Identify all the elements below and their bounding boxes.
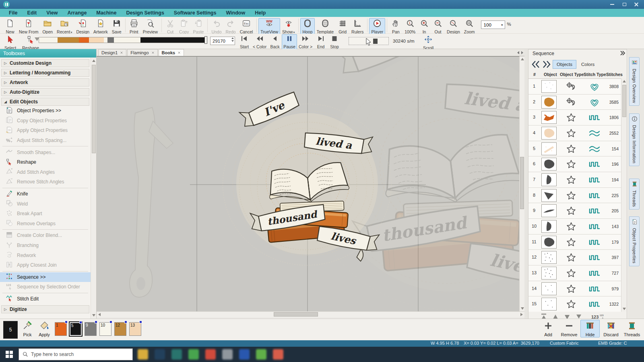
scroll-down-icon[interactable] [92,314,95,317]
tool-apply-closest-join[interactable]: Apply Closest Join [0,260,91,270]
preview-button[interactable]: Preview [141,18,160,35]
zoom-level-select[interactable]: 100▾ [481,21,505,29]
save-button[interactable]: Save [110,18,124,35]
close-button[interactable] [630,0,642,9]
cut-button[interactable]: Cut [163,18,177,35]
tool-break-apart[interactable]: Break Apart [0,209,91,219]
scroll-up-icon[interactable] [623,80,626,82]
panel-collapse-icon[interactable] [619,50,625,56]
end-button[interactable]: End [314,34,328,50]
sequence-tab-objects[interactable]: Objects [553,60,576,69]
toolboxes-scrollbar[interactable] [91,58,96,319]
toolbox-section-digitize[interactable]: ▷Digitize [1,305,89,313]
panel-tab-threads[interactable]: Threads [629,179,640,210]
panel-tab-design-information[interactable]: Design Information [629,113,640,166]
next-color-group-button[interactable] [541,59,552,70]
scroll-left-icon[interactable] [98,313,101,316]
toolbox-section-customize-design[interactable]: ▷Customize Design [1,59,89,67]
tool-stitch-edit[interactable]: Stitch Edit [0,294,91,304]
tab-scroll-left-icon[interactable] [517,51,519,54]
tool-copy-object-properties[interactable]: Copy Object Properties [0,116,91,126]
stitch-color-progress-bar[interactable] [39,37,206,43]
tool-apply-object-properties[interactable]: Apply Object Properties [0,125,91,136]
sequence-row-5[interactable]: 5154 [528,141,622,157]
in-button[interactable]: In [417,18,431,35]
taskbar-app-9[interactable] [273,349,283,360]
tool-weld[interactable]: Weld [0,199,91,209]
tool-remove-overlaps[interactable]: Remove Overlaps [0,219,91,229]
sequence-scrollbar[interactable] [621,78,627,312]
hoop-button[interactable]: Hoop [300,18,314,35]
close-tab-icon[interactable] [178,50,181,55]
canvas-horizontal-scrollbar[interactable] [97,311,524,317]
tab-scroll-right-icon[interactable] [521,51,523,54]
color-swatch-13[interactable]: 13 [129,322,141,336]
current-color-swatch[interactable]: 5 [3,321,18,339]
sequence-row-8[interactable]: 8225 [528,188,622,204]
start-button[interactable] [0,347,19,362]
design-canvas[interactable]: I've lived a thousand [97,56,519,311]
speed-slider-thumb[interactable] [373,39,378,44]
close-tab-icon[interactable] [120,50,123,55]
sequence-row-7[interactable]: 7194 [528,172,622,188]
apply-color-button[interactable]: Apply [36,320,52,337]
rulers-button[interactable]: Rulers [349,18,365,35]
copy-button[interactable]: Copy [177,18,191,35]
tool-object-properties[interactable]: Object Properties >> [0,106,91,116]
remove-button[interactable]: Remove [559,320,579,337]
tool-create-color-blend[interactable]: Create Color Blend... [0,230,91,241]
open-button[interactable]: Open [40,18,55,35]
color-swatch-10[interactable]: 10 [99,322,111,336]
scroll-up-icon[interactable] [521,58,524,60]
sequence-row-11[interactable]: 11179 [528,234,622,250]
color-button[interactable]: < Color [251,34,268,50]
tool-add-stitch-angles[interactable]: Add Stitch Angles [0,167,91,177]
previous-color-group-button[interactable] [530,59,541,70]
doc-tab-design1[interactable]: Design1 [98,49,126,56]
menu-file[interactable]: File [4,10,23,16]
color-swatch-1[interactable]: 1 [55,322,67,336]
template-button[interactable]: Template [315,18,336,35]
sequence-row-1[interactable]: 13808 [528,79,622,95]
menu-design-settings[interactable]: Design Settings [121,10,169,16]
pan-button[interactable]: Pan [389,18,402,35]
100-button[interactable]: 1100% [402,18,417,35]
sequence-row-6[interactable]: 6196 [528,156,622,172]
sequence-row-14[interactable]: 14979 [528,281,622,297]
paste-button[interactable]: Paste [191,18,206,35]
sequence-row-13[interactable]: 13727 [528,265,622,281]
tool-redwork[interactable]: Redwork [0,250,91,260]
toolbox-section-artwork[interactable]: ▷Artwork [1,78,89,86]
maximize-button[interactable] [618,0,630,9]
print-button[interactable]: Print [127,18,141,35]
stitch-position-input[interactable]: 29170 [210,37,235,45]
taskbar-app-8[interactable] [256,349,266,360]
close-tab-icon[interactable] [151,50,155,55]
player-button[interactable]: Player [369,18,385,35]
menu-machine[interactable]: Machine [91,10,121,16]
add-button[interactable]: Add [539,320,558,337]
hide-button[interactable]: Hide [580,320,600,337]
discard-button[interactable]: Discard [601,320,621,337]
tool-branching[interactable]: Branching [0,241,91,251]
sequence-row-3[interactable]: 31806 [528,110,622,125]
new-button[interactable]: New [3,18,17,35]
sequence-tab-colors[interactable]: Colors [577,60,599,69]
back-button[interactable]: Back [268,34,282,50]
toolbox-section-lettering-monogramming[interactable]: ▷Lettering / Monogramming [1,69,89,77]
sequence-row-12[interactable]: 12397 [528,250,622,265]
threads-button[interactable]: Threads [622,320,642,337]
taskbar-search-input[interactable]: Type here to search [19,348,133,360]
scrollbar-thumb[interactable] [92,65,96,153]
taskbar-app-1[interactable] [138,349,148,360]
tool-sequence-by-selection-order[interactable]: 123Sequence by Selection Order [0,282,91,292]
design-button[interactable]: Design [445,18,462,35]
tool-adjust-stitch-spacing[interactable]: %Adjust Stitch Spacing... [0,136,91,146]
minimize-button[interactable] [606,0,618,9]
sequence-row-9[interactable]: 9205 [528,203,622,219]
panel-tab-object-properties[interactable]: Object Properties [629,216,640,266]
tool-remove-stitch-angles[interactable]: Remove Stitch Angles [0,177,91,187]
scroll-down-icon[interactable] [521,307,524,310]
menu-help[interactable]: Help [250,10,270,16]
spinner-arrows-icon[interactable] [231,37,234,42]
